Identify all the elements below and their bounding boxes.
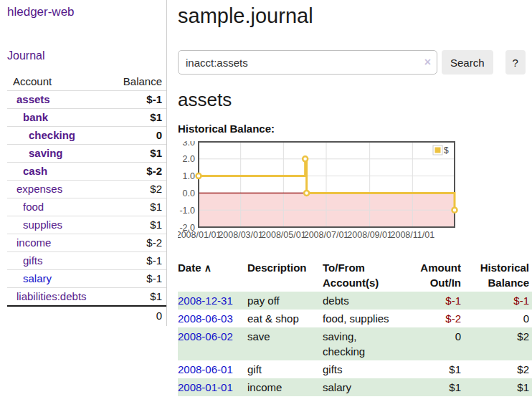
svg-text:1.0: 1.0 — [183, 171, 195, 181]
account-link[interactable]: bank — [23, 111, 48, 123]
accounts-cell: gifts — [323, 360, 407, 378]
account-balance: $2 — [105, 181, 166, 198]
date-link[interactable]: 2008-06-02 — [178, 330, 233, 342]
svg-text:2008/05/01: 2008/05/01 — [261, 230, 306, 240]
account-balance: $-2 — [105, 163, 166, 181]
balance-cell: 0 — [470, 310, 532, 327]
col-amount[interactable]: Amount Out/In — [407, 259, 470, 292]
account-balance: $-1 — [105, 252, 166, 270]
svg-text:2.0: 2.0 — [183, 154, 195, 164]
register-row: 2008-12-31pay offdebts$-1$-1 — [178, 292, 532, 310]
col-description[interactable]: Description — [247, 259, 323, 292]
svg-text:2008/11/01: 2008/11/01 — [390, 230, 434, 240]
account-link[interactable]: income — [16, 236, 51, 249]
register-row: 2008-01-01incomesalary$1$1 — [178, 378, 532, 396]
balance-cell: $2 — [470, 360, 532, 378]
account-link[interactable]: liabilities:debts — [16, 290, 87, 302]
account-link[interactable]: expenses — [16, 183, 62, 195]
account-link[interactable]: food — [23, 201, 44, 213]
svg-text:2008/09/01: 2008/09/01 — [347, 230, 392, 240]
account-link[interactable]: assets — [16, 93, 50, 105]
description-cell: gift — [247, 360, 323, 378]
account-row: income$-2 — [7, 234, 166, 252]
amount-cell: $1 — [407, 378, 470, 396]
description-cell: save — [247, 327, 323, 360]
account-balance: $-2 — [105, 234, 166, 252]
app-title-link[interactable]: hledger-web — [7, 5, 166, 19]
accounts-cell: salary — [323, 378, 407, 396]
account-row: expenses$2 — [7, 181, 166, 198]
account-row: cash$-2 — [7, 163, 166, 181]
account-link[interactable]: salary — [23, 272, 52, 284]
account-link[interactable]: supplies — [23, 219, 62, 231]
account-link[interactable]: saving — [29, 147, 63, 159]
description-cell: income — [247, 378, 323, 396]
col-balance: Balance — [105, 73, 166, 91]
date-link[interactable]: 2008-01-01 — [178, 381, 233, 393]
balance-cell: $2 — [470, 327, 532, 360]
accounts-cell: saving, checking — [323, 327, 407, 360]
register-row: 2008-06-02savesaving, checking0$2 — [178, 327, 532, 360]
col-account: Account — [7, 73, 105, 91]
account-balance: 0 — [105, 127, 166, 145]
account-link[interactable]: cash — [23, 165, 47, 177]
chart-canvas[interactable]: $3.02.01.00.0-1.0-2.02008/01/012008/03/0… — [178, 141, 532, 243]
register-row: 2008-06-01giftgifts$1$2 — [178, 360, 532, 378]
col-date[interactable]: Date ∧ — [178, 259, 247, 292]
svg-text:0.0: 0.0 — [183, 188, 195, 198]
svg-text:3.0: 3.0 — [183, 141, 195, 148]
amount-cell: $-1 — [407, 292, 470, 310]
description-cell: pay off — [247, 292, 323, 310]
account-balance: $-1 — [105, 270, 166, 288]
accounts-table: Account Balance assets$-1bank$1checking0… — [7, 73, 166, 325]
sidebar: hledger-web Journal Account Balance asse… — [7, 0, 166, 325]
accounts-cell: debts — [323, 292, 407, 310]
search-input-wrap: × — [178, 50, 437, 75]
page-title: sample.journal — [178, 4, 532, 27]
register-table: Date ∧ Description To/From Account(s) Am… — [178, 259, 532, 396]
svg-text:2008/03/01: 2008/03/01 — [218, 230, 263, 240]
journal-link[interactable]: Journal — [7, 49, 166, 62]
balance-cell: $1 — [470, 378, 532, 396]
sidebar-divider — [166, 0, 167, 326]
account-row: supplies$1 — [7, 216, 166, 234]
account-row: salary$-1 — [7, 270, 166, 288]
svg-text:$: $ — [444, 145, 449, 155]
col-historical-balance[interactable]: Historical Balance — [470, 259, 532, 292]
accounts-total: 0 — [105, 306, 166, 325]
accounts-total-row: 0 — [7, 306, 166, 325]
search-button[interactable]: Search — [442, 50, 493, 75]
account-row: food$1 — [7, 198, 166, 216]
date-link[interactable]: 2008-06-03 — [178, 312, 233, 325]
account-balance: $1 — [105, 198, 166, 216]
historical-balance-chart[interactable]: $3.02.01.00.0-1.0-2.02008/01/012008/03/0… — [178, 141, 532, 246]
svg-text:-1.0: -1.0 — [179, 206, 195, 216]
account-balance: $-1 — [105, 91, 166, 109]
account-balance: $1 — [105, 109, 166, 127]
account-link[interactable]: gifts — [23, 254, 43, 267]
main-content: sample.journal × Search ? assets Histori… — [178, 0, 532, 396]
account-row: bank$1 — [7, 109, 166, 127]
account-balance: $1 — [105, 145, 166, 163]
account-balance: $1 — [105, 288, 166, 307]
chart-title: Historical Balance: — [178, 123, 532, 135]
account-heading: assets — [178, 89, 532, 110]
accounts-header-row: Account Balance — [7, 73, 166, 91]
register-header-row: Date ∧ Description To/From Account(s) Am… — [178, 259, 532, 292]
date-link[interactable]: 2008-06-01 — [178, 363, 233, 375]
account-row: saving$1 — [7, 145, 166, 163]
account-row: checking0 — [7, 127, 166, 145]
help-button[interactable]: ? — [505, 50, 526, 75]
date-link[interactable]: 2008-12-31 — [178, 294, 233, 307]
balance-cell: $-1 — [470, 292, 532, 310]
svg-text:2008/01/01: 2008/01/01 — [178, 230, 221, 240]
col-accounts[interactable]: To/From Account(s) — [323, 259, 407, 292]
description-cell: eat & shop — [247, 310, 323, 327]
search-input[interactable] — [178, 50, 437, 75]
account-row: liabilities:debts$1 — [7, 288, 166, 307]
account-row: gifts$-1 — [7, 252, 166, 270]
svg-text:2008/07/01: 2008/07/01 — [304, 230, 349, 240]
account-balance: $1 — [105, 216, 166, 234]
account-link[interactable]: checking — [29, 129, 75, 141]
clear-search-icon[interactable]: × — [424, 56, 431, 69]
